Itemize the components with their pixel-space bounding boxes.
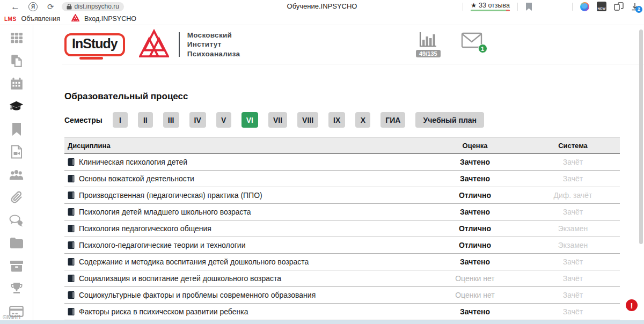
- folder-icon[interactable]: [9, 236, 24, 251]
- table-row: Клиническая психология детей Зачтено Зач…: [64, 154, 620, 171]
- trophy-icon[interactable]: [9, 282, 24, 296]
- discipline-link[interactable]: Психология детей младшего школьного возр…: [64, 208, 424, 216]
- discipline-link[interactable]: Социокультурные факторы и проблемы совре…: [64, 291, 424, 299]
- grade-cell: Зачтено: [424, 307, 526, 316]
- semester-tabs: Семестры I II III IV V VI VII VIII IX X …: [64, 112, 644, 128]
- video-file-icon[interactable]: [9, 145, 24, 159]
- yandex-browser-icon[interactable]: Я: [28, 2, 38, 11]
- book-icon: [68, 241, 75, 249]
- address-bar[interactable]: dist.inpsycho.ru: [62, 2, 124, 11]
- system-cell: Зачёт: [526, 274, 620, 283]
- discipline-link[interactable]: Основы вожатской деятельности: [64, 174, 424, 183]
- table-row: Психолого-педагогические теории и технол…: [64, 237, 620, 254]
- instudy-logo[interactable]: InStudy: [64, 33, 125, 56]
- reviews-rating-bar: [471, 10, 510, 11]
- divider: [463, 3, 463, 11]
- bookmark-login[interactable]: Вход.INPSYCHO: [84, 15, 136, 23]
- book-icon: [68, 275, 75, 282]
- extension-color-icon[interactable]: [580, 2, 589, 11]
- progress-stats-button[interactable]: 49/135: [416, 30, 441, 57]
- semester-tab-5[interactable]: V: [216, 112, 231, 128]
- semester-tab-3[interactable]: III: [163, 112, 179, 128]
- page-title: Обучение.INPSYCHO: [287, 2, 357, 10]
- mail-button[interactable]: 1: [461, 32, 482, 50]
- people-icon[interactable]: [9, 167, 24, 182]
- system-cell: Экзамен: [526, 241, 620, 249]
- system-cell: Зачёт: [526, 307, 620, 316]
- grid-icon[interactable]: [9, 31, 24, 45]
- discipline-link[interactable]: Психолого-педагогические теории и технол…: [64, 241, 424, 249]
- semester-tab-10[interactable]: X: [355, 112, 370, 128]
- semester-tab-8[interactable]: VIII: [297, 112, 318, 128]
- institute-line: Московский: [187, 31, 240, 40]
- grade-cell: Оценки нет: [424, 291, 526, 299]
- system-cell: Зачёт: [526, 257, 620, 266]
- reviews-button[interactable]: ★ 33 отзыва: [471, 2, 510, 11]
- archive-icon[interactable]: [9, 259, 24, 273]
- book-icon: [68, 175, 75, 182]
- divider: [179, 32, 180, 57]
- table-row: Социализация и воспитание детей дошкольн…: [64, 270, 620, 287]
- semester-tab-2[interactable]: II: [138, 112, 153, 128]
- bookmark-icon[interactable]: [9, 122, 24, 136]
- graduation-cap-icon[interactable]: [9, 99, 24, 114]
- semester-tab-9[interactable]: IX: [328, 112, 345, 128]
- alert-icon[interactable]: !: [626, 299, 638, 311]
- semester-tab-4[interactable]: IV: [189, 112, 206, 128]
- discipline-link[interactable]: Факторы риска в психическом развитии реб…: [64, 307, 424, 316]
- semester-tab-6[interactable]: VI: [241, 112, 258, 128]
- discipline-title: Психология педагогического общения: [79, 224, 211, 233]
- disciplines-table: Дисциплина Оценка Система Клиническая пс…: [64, 137, 620, 320]
- paperclip-icon[interactable]: [9, 190, 24, 205]
- column-discipline: Дисциплина: [64, 142, 424, 150]
- discipline-link[interactable]: Клиническая психология детей: [64, 158, 424, 166]
- grade-cell: Зачтено: [424, 208, 526, 216]
- reload-icon[interactable]: ⟳: [47, 3, 54, 11]
- progress-badge: 49/135: [416, 50, 441, 57]
- bookmarks-bar: LMS Объявления Вход.INPSYCHO: [0, 13, 644, 25]
- system-cell: Диф. зачёт: [526, 191, 620, 200]
- discipline-link[interactable]: Психология педагогического общения: [64, 224, 424, 233]
- collections-icon[interactable]: [614, 2, 624, 11]
- grade-cell: Отлично: [424, 241, 526, 249]
- url-text: dist.inpsycho.ru: [75, 3, 119, 10]
- main-content: InStudy Московский Институт Психоанализа…: [33, 25, 644, 320]
- vertical-scrollbar[interactable]: [639, 30, 643, 244]
- bookmark-announcements[interactable]: Объявления: [21, 15, 60, 23]
- page-header: InStudy Московский Институт Психоанализа…: [62, 25, 644, 64]
- column-system: Система: [526, 142, 620, 150]
- calendar-icon[interactable]: [9, 76, 24, 91]
- semester-tab-1[interactable]: I: [113, 112, 128, 128]
- institute-name: Московский Институт Психоанализа: [187, 31, 240, 59]
- discipline-title: Факторы риска в психическом развитии реб…: [79, 307, 248, 316]
- book-icon: [68, 258, 75, 266]
- semester-tab-7[interactable]: VII: [268, 112, 287, 128]
- curriculum-plan-button[interactable]: Учебный план: [415, 112, 484, 128]
- chat-icon[interactable]: [9, 213, 24, 227]
- table-row: Факторы риска в психическом развитии реб…: [64, 304, 620, 320]
- discipline-link[interactable]: Производственная (педагогическая) практи…: [64, 191, 424, 200]
- divider: [517, 3, 518, 11]
- semester-tab-gia[interactable]: ГИА: [380, 112, 405, 128]
- system-cell: Зачёт: [526, 291, 620, 299]
- grade-cell: Отлично: [424, 224, 526, 233]
- documents-icon[interactable]: [9, 54, 24, 68]
- star-icon: ★: [471, 2, 477, 9]
- institute-triangle-logo-icon[interactable]: [139, 29, 169, 60]
- extension-new-icon[interactable]: NEW: [597, 2, 606, 11]
- discipline-link[interactable]: Содержание и методика воспитания детей д…: [64, 257, 424, 266]
- discipline-title: Клиническая психология детей: [79, 158, 187, 166]
- table-row: Основы вожатской деятельности Зачтено За…: [64, 171, 620, 187]
- divider: [572, 3, 573, 11]
- downloads-button[interactable]: 2: [631, 3, 639, 11]
- section-heading: Образовательный процесс: [64, 91, 644, 102]
- discipline-link[interactable]: Социализация и воспитание детей дошкольн…: [64, 274, 424, 283]
- bookmark-page-icon[interactable]: [525, 3, 532, 11]
- back-icon[interactable]: ←: [11, 2, 20, 11]
- discipline-title: Социокультурные факторы и проблемы совре…: [79, 291, 316, 299]
- grade-cell: Зачтено: [424, 257, 526, 266]
- discipline-title: Социализация и воспитание детей дошкольн…: [79, 274, 281, 283]
- semesters-label: Семестры: [64, 116, 103, 124]
- discipline-title: Психолого-педагогические теории и технол…: [79, 241, 245, 249]
- sidebar: ©МИП: [0, 25, 33, 320]
